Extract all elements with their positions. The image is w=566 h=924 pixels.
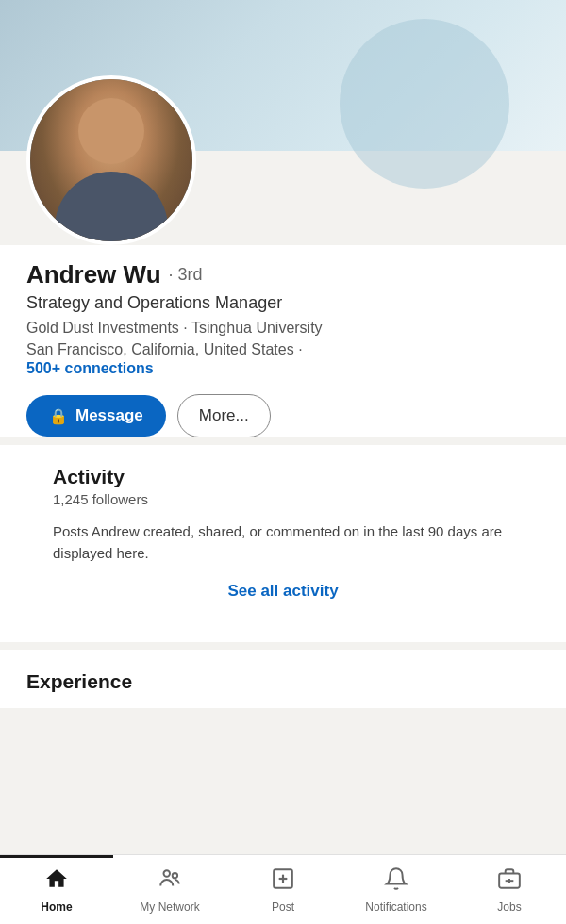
lock-icon: 🔒 [49, 407, 68, 425]
experience-title: Experience [26, 670, 540, 693]
nav-item-post[interactable]: Post [226, 855, 340, 924]
jobs-icon [497, 866, 522, 897]
nav-label-notifications: Notifications [365, 900, 426, 914]
message-button[interactable]: 🔒 Message [26, 395, 166, 437]
followers-count: 1,245 followers [53, 491, 513, 507]
profile-location: San Francisco, California, United States… [26, 341, 540, 358]
home-icon [44, 866, 69, 897]
experience-section: Experience [0, 642, 566, 708]
more-button[interactable]: More... [177, 394, 271, 437]
profile-name: Andrew Wu [26, 260, 161, 289]
svg-point-1 [173, 873, 177, 878]
notifications-icon [384, 866, 408, 897]
nav-item-jobs[interactable]: Jobs [453, 855, 566, 924]
see-all-activity-button[interactable]: See all activity [53, 565, 513, 619]
nav-item-notifications[interactable]: Notifications [340, 855, 453, 924]
section-divider-1 [0, 437, 566, 445]
profile-company-university: Gold Dust Investments · Tsinghua Univers… [26, 317, 540, 339]
activity-section: Activity 1,245 followers Posts Andrew cr… [26, 445, 540, 619]
profile-title: Strategy and Operations Manager [26, 293, 540, 313]
nav-label-post: Post [272, 900, 294, 914]
bottom-nav: Home My Network Post Notifications Jobs [0, 854, 566, 924]
banner-decoration [340, 19, 509, 189]
activity-title: Activity [53, 466, 513, 488]
nav-label-home: Home [41, 900, 72, 914]
nav-item-my-network[interactable]: My Network [113, 855, 226, 924]
action-buttons: 🔒 Message More... [26, 394, 540, 437]
nav-label-jobs: Jobs [497, 900, 521, 914]
profile-degree: · 3rd [169, 265, 203, 285]
post-icon [271, 866, 295, 897]
profile-name-row: Andrew Wu · 3rd [26, 245, 540, 289]
profile-connections: 500+ connections [26, 360, 540, 377]
nav-item-home[interactable]: Home [0, 855, 113, 924]
activity-description: Posts Andrew created, shared, or comment… [53, 520, 513, 565]
active-indicator [0, 855, 113, 858]
avatar [26, 75, 196, 245]
profile-card: Andrew Wu · 3rd Strategy and Operations … [0, 245, 566, 642]
my-network-icon [158, 866, 182, 897]
nav-label-my-network: My Network [140, 900, 199, 914]
svg-point-0 [164, 870, 171, 877]
